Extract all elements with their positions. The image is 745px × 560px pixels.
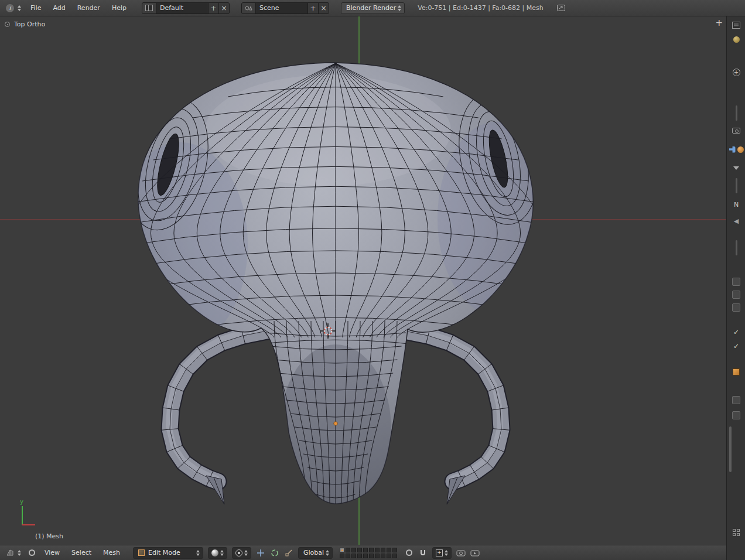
render-still-button[interactable] [455, 547, 467, 559]
layer-toggle[interactable] [392, 554, 397, 558]
layer-toggle[interactable] [363, 548, 368, 552]
manipulator-scale-button[interactable] [283, 547, 295, 559]
layer-toggle[interactable] [375, 554, 380, 558]
info-header: i File Add Render Help + × [0, 0, 745, 16]
scene-icon[interactable] [242, 3, 256, 13]
menu-help[interactable]: Help [107, 1, 131, 16]
layer-toggle[interactable] [346, 548, 350, 552]
chevron-updown-icon [244, 550, 248, 556]
viewport-canvas[interactable] [0, 16, 726, 545]
screen-layout-name-input[interactable] [156, 4, 208, 12]
magnet-icon [419, 549, 427, 557]
menu-view[interactable]: View [40, 545, 64, 560]
snap-magnet-button[interactable] [417, 547, 429, 559]
collapse-arrow-icon[interactable] [727, 163, 745, 173]
mode-value: Edit Mode [148, 549, 194, 556]
editor-type-arrows-icon [18, 5, 21, 11]
checkbox-checked-icon[interactable]: ✓ [727, 341, 745, 351]
panel-button[interactable] [727, 302, 745, 313]
shading-sphere-icon [211, 549, 218, 556]
menu-select[interactable]: Select [67, 545, 96, 560]
screen-layout-icon[interactable] [142, 3, 156, 13]
layer-toggle[interactable] [381, 554, 385, 558]
layer-toggle[interactable] [340, 554, 344, 558]
window-split-icon [145, 5, 153, 11]
layer-toggle[interactable] [346, 554, 350, 558]
proportional-edit-button[interactable] [403, 547, 415, 559]
editor-type-arrows-icon [18, 550, 21, 556]
region-expand-button[interactable]: + [715, 19, 723, 28]
viewport-shading-select[interactable] [208, 547, 227, 559]
scene-name-input[interactable] [256, 4, 307, 12]
manipulator-rotate-button[interactable] [269, 547, 281, 559]
fullscreen-toggle-button[interactable] [554, 3, 568, 13]
menu-mesh[interactable]: Mesh [98, 545, 125, 560]
material-icon[interactable] [737, 146, 744, 153]
layer-toggle[interactable] [375, 548, 380, 552]
mini-axis-gizmo: y [8, 498, 49, 532]
panel-button[interactable] [727, 276, 745, 287]
viewport-3d[interactable]: Top Ortho + y (1) Mesh [0, 16, 726, 545]
header-options-icon[interactable] [26, 547, 37, 559]
edit-mode-icon [138, 549, 145, 556]
layer-toggle[interactable] [357, 548, 362, 552]
plus-icon[interactable]: + [727, 67, 745, 77]
orientation-select[interactable]: Global [298, 547, 333, 559]
layer-toggle[interactable] [363, 554, 368, 558]
layer-toggle[interactable] [387, 548, 391, 552]
editor-type-button[interactable]: i [4, 3, 23, 13]
viewport-column: Top Ortho + y (1) Mesh [0, 16, 726, 560]
scrollbar-handle[interactable] [729, 426, 732, 472]
mode-select[interactable]: Edit Mode [133, 547, 203, 559]
scale-icon [285, 549, 293, 557]
grid-icon[interactable] [727, 527, 745, 538]
chevron-updown-icon [326, 550, 329, 556]
translate-icon [257, 549, 265, 557]
menu-file[interactable]: File [26, 1, 46, 16]
layer-toggle[interactable] [381, 548, 385, 552]
camera-icon[interactable] [727, 125, 745, 136]
checkbox-checked-icon[interactable]: ✓ [727, 327, 745, 337]
scrollbar[interactable] [727, 180, 745, 191]
layer-toggle[interactable] [369, 548, 374, 552]
chevron-updown-icon [220, 550, 224, 556]
remove-layout-button[interactable]: × [218, 3, 229, 13]
add-layout-button[interactable]: + [208, 3, 218, 13]
scene-selector: + × [241, 2, 329, 14]
active-object-label: (1) Mesh [35, 532, 63, 540]
scene-stats: Ve:0-751 | Ed:0-1437 | Fa:0-682 | Mesh [418, 4, 544, 12]
properties-editor-icon[interactable] [727, 20, 745, 30]
info-editor-icon: i [6, 4, 14, 12]
add-scene-button[interactable]: + [307, 3, 318, 13]
panel-button[interactable] [727, 289, 745, 300]
layer-toggle[interactable] [351, 548, 356, 552]
editor-type-button[interactable] [4, 548, 23, 558]
menu-add[interactable]: Add [48, 1, 70, 16]
pivot-point-select[interactable] [232, 547, 251, 559]
layer-toggle[interactable] [369, 554, 374, 558]
layer-toggle[interactable] [387, 554, 391, 558]
render-animation-button[interactable] [469, 547, 481, 559]
chevron-updown-icon [196, 550, 200, 556]
monitor-icon [556, 4, 566, 12]
layer-toggle[interactable] [340, 548, 344, 552]
layer-toggle[interactable] [392, 548, 397, 552]
wrench-icon[interactable] [727, 144, 745, 155]
menu-render[interactable]: Render [73, 1, 105, 16]
mesh-data-icon[interactable] [727, 367, 745, 377]
panel-button[interactable] [727, 410, 745, 421]
layer-toggle[interactable] [357, 554, 362, 558]
orientation-value: Global [303, 549, 324, 556]
render-engine-value: Blender Render [346, 4, 396, 12]
render-engine-select[interactable]: Blender Render [341, 2, 405, 14]
layer-toggle[interactable] [351, 554, 356, 558]
panel-button[interactable] [727, 395, 745, 405]
tool-icon[interactable] [727, 34, 745, 45]
manipulator-translate-button[interactable] [255, 547, 266, 559]
snap-element-select[interactable]: + [432, 547, 452, 559]
remove-scene-button[interactable]: × [318, 3, 329, 13]
properties-panel[interactable]: + N ◀ ✓ ✓ [726, 16, 745, 560]
left-arrow-icon[interactable]: ◀ [727, 216, 745, 226]
scrollbar[interactable] [727, 243, 745, 253]
layers-widget[interactable] [340, 548, 397, 558]
